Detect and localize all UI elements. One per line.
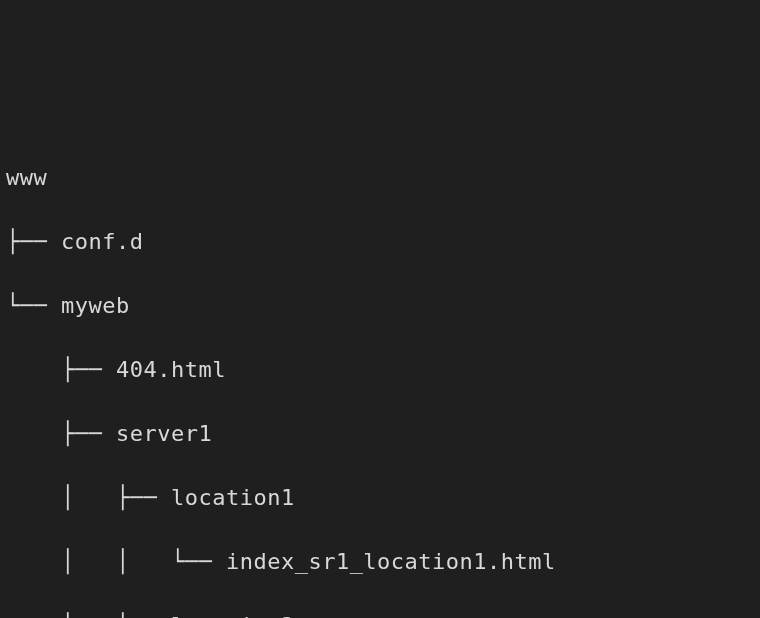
directory-tree: www ├── conf.d └── myweb ├── 404.html ├─… [6, 130, 754, 618]
tree-node-dir: ├── conf.d [6, 226, 754, 258]
tree-node-dir: │ ├── location2 [6, 610, 754, 618]
tree-node-dir: │ ├── location1 [6, 482, 754, 514]
tree-node-file: │ │ └── index_sr1_location1.html [6, 546, 754, 578]
tree-node-file: ├── 404.html [6, 354, 754, 386]
tree-node-dir: └── myweb [6, 290, 754, 322]
tree-node-dir: ├── server1 [6, 418, 754, 450]
tree-node-root: www [6, 162, 754, 194]
